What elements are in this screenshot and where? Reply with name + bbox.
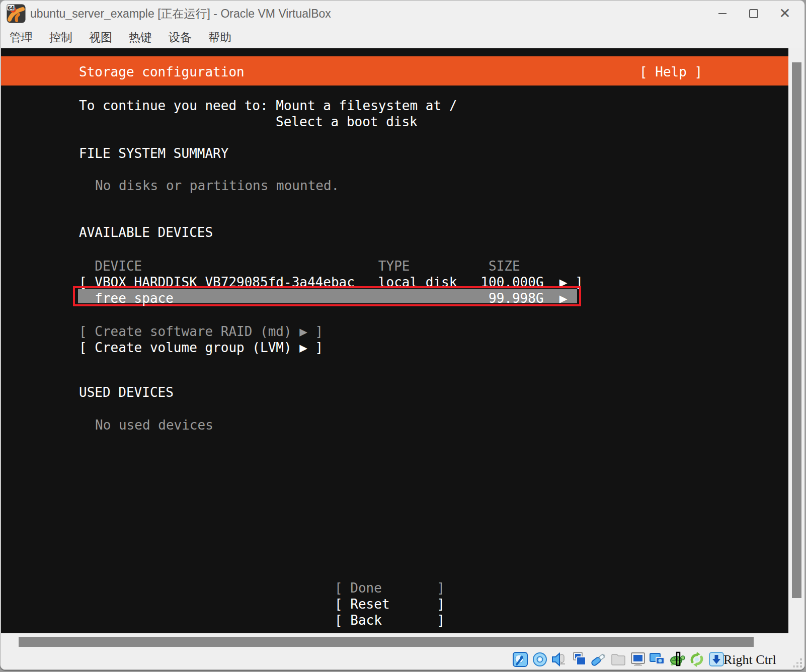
minimize-button[interactable]: [707, 1, 738, 27]
minimize-icon: [718, 13, 727, 14]
virtualization-turtle-icon[interactable]: [668, 650, 686, 668]
boot-disk-text: Select a boot disk: [276, 114, 418, 129]
usb-icon[interactable]: [590, 650, 608, 668]
horizontal-scrollbar-thumb[interactable]: [19, 637, 754, 647]
virtualbox-vm-icon: 64: [7, 4, 26, 23]
title-bar: 64 ubuntu_server_example [正在运行] - Oracle…: [1, 1, 804, 27]
menu-help[interactable]: 帮助: [208, 30, 231, 45]
maximize-button[interactable]: [738, 1, 769, 27]
menu-view[interactable]: 视图: [89, 30, 112, 45]
create-lvm-item[interactable]: [ Create volume group (LVM) ▶ ]: [79, 340, 323, 355]
menu-control[interactable]: 控制: [49, 30, 72, 45]
menu-machine[interactable]: 管理: [10, 30, 33, 45]
reset-button[interactable]: [ Reset ]: [335, 597, 445, 612]
vertical-scrollbar-thumb[interactable]: [792, 62, 801, 598]
device-row-free-space[interactable]: free space 99.998G ▶: [79, 291, 568, 306]
close-icon: ✕: [779, 7, 790, 21]
keyboard-capture-icon[interactable]: [707, 650, 726, 668]
help-button[interactable]: [ Help ]: [639, 64, 702, 79]
create-raid-item: [ Create software RAID (md) ▶ ]: [79, 324, 323, 339]
menu-devices[interactable]: 设备: [169, 30, 192, 45]
file-system-summary-heading: FILE SYSTEM SUMMARY: [79, 146, 228, 161]
available-devices-heading: AVAILABLE DEVICES: [79, 225, 213, 240]
page-title: Storage configuration: [79, 64, 245, 79]
close-button[interactable]: ✕: [769, 1, 800, 27]
resize-grip[interactable]: [792, 657, 803, 670]
file-system-summary-empty: No disks or partitions mounted.: [95, 178, 339, 193]
back-button[interactable]: [ Back ]: [335, 613, 445, 628]
vm-screen: Storage configuration [ Help ] To contin…: [1, 48, 788, 633]
features-icon[interactable]: [688, 650, 706, 668]
menu-input[interactable]: 热键: [129, 30, 152, 45]
used-devices-empty: No used devices: [95, 417, 213, 433]
status-icons: [511, 650, 726, 668]
used-devices-heading: USED DEVICES: [79, 385, 174, 400]
devices-table-header: DEVICE TYPE SIZE: [79, 259, 520, 274]
optical-disc-icon[interactable]: [531, 650, 549, 668]
vertical-scrollbar[interactable]: [788, 48, 805, 670]
audio-icon[interactable]: [550, 650, 569, 668]
menu-bar: 管理 控制 视图 热键 设备 帮助: [1, 27, 804, 48]
maximize-icon: [749, 9, 758, 18]
hard-disk-icon[interactable]: [511, 650, 529, 668]
display-icon[interactable]: [629, 650, 647, 668]
network-icon[interactable]: [570, 650, 588, 668]
host-key-label: Right Ctrl: [723, 652, 776, 667]
done-button: [ Done ]: [335, 580, 445, 596]
virtualbox-window: 64 ubuntu_server_example [正在运行] - Oracle…: [0, 0, 805, 670]
status-bar: Right Ctrl: [1, 633, 805, 670]
recording-icon[interactable]: [649, 650, 667, 668]
shared-folders-icon[interactable]: [609, 650, 627, 668]
icon-64-badge: 64: [8, 6, 14, 11]
window-title: ubuntu_server_example [正在运行] - Oracle VM…: [30, 6, 331, 22]
intro-text: To continue you need to: Mount a filesys…: [79, 98, 457, 113]
